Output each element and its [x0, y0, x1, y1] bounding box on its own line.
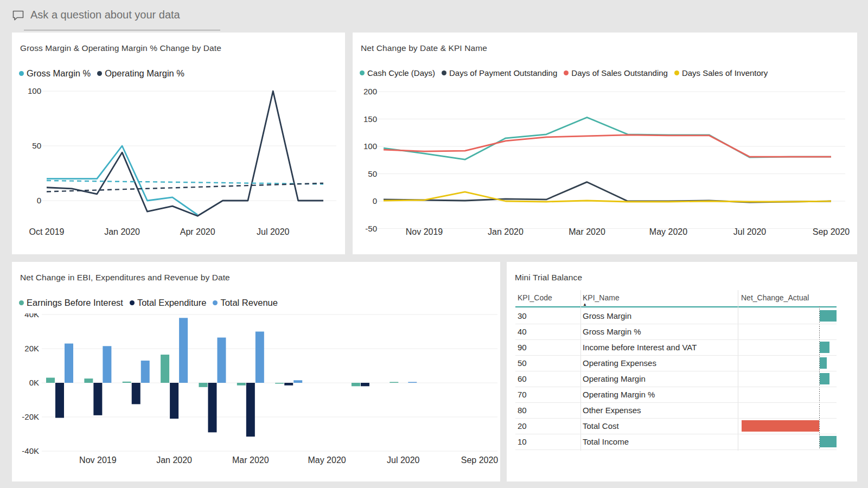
net-change-data-bar: [820, 342, 829, 353]
table-row[interactable]: 80Other Expenses: [515, 402, 837, 419]
report-canvas: Ask a question about your data Gross Mar…: [0, 0, 868, 488]
qna-input[interactable]: Ask a question about your data: [30, 9, 180, 21]
kpi-name-cell: Operating Margin %: [583, 390, 655, 399]
net-change-data-bar: [742, 420, 819, 432]
svg-text:Mar 2020: Mar 2020: [569, 227, 605, 236]
table-title: Mini Trial Balance: [515, 273, 582, 282]
svg-text:Jan 2020: Jan 2020: [156, 455, 192, 465]
column-header-kpi-code[interactable]: KPI_Code: [518, 293, 552, 302]
svg-text:-40K: -40K: [22, 446, 39, 455]
kpi-code-cell: 30: [518, 311, 527, 320]
table-row[interactable]: 40Gross Margin %: [515, 324, 837, 340]
kpi-code-cell: 90: [518, 343, 527, 352]
svg-text:Jan 2020: Jan 2020: [488, 227, 524, 236]
legend-item[interactable]: Total Revenue: [213, 298, 278, 308]
legend-label: Gross Margin %: [27, 68, 91, 79]
svg-text:May 2020: May 2020: [649, 227, 687, 236]
legend-label: Earnings Before Interest: [27, 298, 123, 308]
svg-text:40K: 40K: [24, 313, 39, 319]
legend-dot-icon: [19, 300, 24, 305]
svg-text:Nov 2019: Nov 2019: [406, 227, 443, 236]
panel-ebi-expenditure-revenue: Net Change in EBI, Expenditures and Reve…: [12, 262, 500, 481]
svg-text:Apr 2020: Apr 2020: [180, 227, 215, 236]
kpi-code-cell: 70: [518, 390, 527, 399]
legend-dot-icon: [442, 70, 446, 75]
legend-label: Total Revenue: [220, 298, 278, 308]
kpi-name-cell: Operating Expenses: [583, 358, 656, 368]
legend: Gross Margin %Operating Margin %: [19, 68, 184, 79]
panel-gross-operating-margin: Gross Margin & Operating Margin % Change…: [12, 33, 345, 254]
margin-line-chart[interactable]: 050100Oct 2019Jan 2020Apr 2020Jul 2020: [12, 84, 345, 247]
svg-text:Jul 2020: Jul 2020: [257, 227, 290, 236]
table-row[interactable]: 70Operating Margin %: [515, 387, 837, 403]
table-row[interactable]: 30Gross Margin: [515, 308, 837, 324]
mini-trial-balance-table: KPI_Code KPI_Name Net_Change_Actual ▲ 30…: [515, 293, 850, 456]
svg-text:Jan 2020: Jan 2020: [104, 227, 140, 236]
legend-dot-icon: [674, 70, 679, 75]
svg-text:-20K: -20K: [22, 412, 39, 421]
svg-text:Sep 2020: Sep 2020: [813, 227, 850, 236]
column-header-kpi-name[interactable]: KPI_Name: [583, 293, 620, 302]
net-change-data-bar: [820, 373, 829, 384]
legend-label: Total Expenditure: [137, 298, 207, 308]
kpi-name-cell: Gross Margin: [583, 311, 631, 320]
panel-mini-trial-balance: Mini Trial Balance KPI_Code KPI_Name Net…: [507, 262, 857, 481]
legend-label: Cash Cycle (Days): [367, 68, 435, 78]
legend-item[interactable]: Cash Cycle (Days): [360, 68, 435, 78]
kpi-name-cell: Other Expenses: [583, 406, 641, 415]
svg-text:100: 100: [363, 142, 377, 151]
net-change-data-bar: [820, 436, 837, 447]
legend-dot-icon: [564, 70, 569, 75]
legend-item[interactable]: Earnings Before Interest: [19, 298, 123, 308]
svg-text:Nov 2019: Nov 2019: [79, 455, 117, 465]
legend-label: Days of Sales Outstanding: [571, 68, 668, 78]
kpi-code-cell: 50: [518, 358, 527, 368]
legend-dot-icon: [360, 70, 365, 75]
kpi-name-cell: Gross Margin %: [583, 327, 641, 336]
legend-item[interactable]: Days of Payment Outstanding: [442, 68, 557, 78]
chart-title: Net Change by Date & KPI Name: [361, 43, 487, 53]
legend-label: Days Sales of Inventory: [682, 68, 768, 78]
kpi-code-cell: 20: [518, 421, 527, 431]
svg-text:Mar 2020: Mar 2020: [232, 455, 269, 465]
qna-bar: Ask a question about your data: [12, 7, 240, 26]
table-row[interactable]: 20Total Cost: [515, 418, 837, 434]
legend-dot-icon: [213, 300, 218, 305]
header-rule: [515, 306, 837, 307]
svg-text:Jul 2020: Jul 2020: [733, 227, 767, 236]
legend-label: Operating Margin %: [105, 68, 184, 79]
table-row[interactable]: 10Total Income: [515, 434, 837, 450]
panel-net-change-kpi: Net Change by Date & KPI Name Cash Cycle…: [353, 33, 857, 254]
legend-dot-icon: [19, 71, 24, 76]
table-row[interactable]: 90Income before Interest and VAT: [515, 339, 837, 356]
qna-underline: [24, 30, 220, 30]
legend-item[interactable]: Operating Margin %: [97, 68, 184, 79]
kpi-code-cell: 10: [518, 437, 527, 446]
svg-text:50: 50: [32, 141, 41, 150]
kpi-code-cell: 60: [518, 374, 527, 383]
chat-bubble-icon: [12, 10, 25, 22]
legend-item[interactable]: Total Expenditure: [130, 298, 207, 308]
svg-text:0: 0: [373, 196, 377, 206]
kpi-line-chart[interactable]: -50050100150200Nov 2019Jan 2020Mar 2020M…: [353, 84, 857, 247]
svg-text:-50: -50: [365, 224, 377, 233]
legend-label: Days of Payment Outstanding: [449, 68, 557, 78]
kpi-name-cell: Operating Margin: [583, 374, 646, 383]
svg-text:0: 0: [37, 196, 41, 205]
legend-item[interactable]: Gross Margin %: [19, 68, 91, 79]
column-header-net-change-actual[interactable]: Net_Change_Actual: [741, 293, 809, 302]
legend-dot-icon: [97, 71, 102, 76]
legend-item[interactable]: Days Sales of Inventory: [674, 68, 768, 78]
svg-text:150: 150: [363, 114, 377, 124]
svg-text:0K: 0K: [29, 378, 39, 387]
kpi-code-cell: 40: [518, 327, 527, 336]
chart-title: Net Change in EBI, Expenditures and Reve…: [20, 273, 230, 282]
table-row[interactable]: 60Operating Margin: [515, 371, 837, 387]
svg-text:Jul 2020: Jul 2020: [387, 455, 420, 465]
table-row[interactable]: 50Operating Expenses: [515, 355, 837, 371]
legend: Earnings Before InterestTotal Expenditur…: [19, 298, 278, 308]
svg-text:100: 100: [28, 86, 41, 95]
legend-item[interactable]: Days of Sales Outstanding: [564, 68, 668, 78]
ebi-bar-chart[interactable]: -40K-20K0K20K40KNov 2019Jan 2020Mar 2020…: [12, 313, 500, 476]
svg-text:50: 50: [368, 169, 377, 178]
